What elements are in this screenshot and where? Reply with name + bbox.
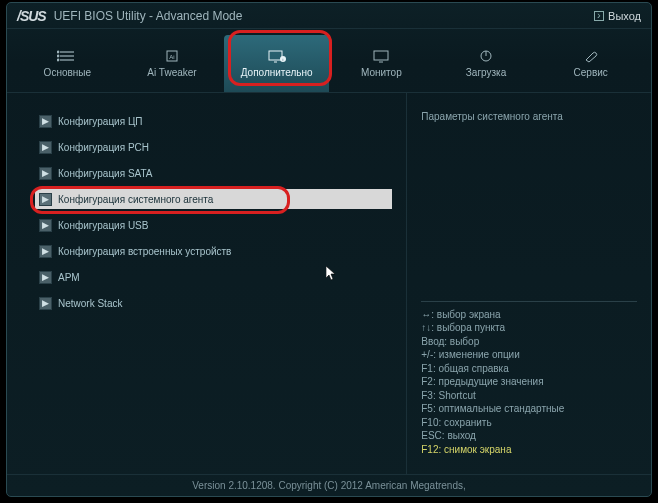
menu-item-label: Network Stack (58, 298, 122, 309)
side-panel: Параметры системного агента ↔: выбор экр… (406, 93, 651, 474)
menu-panel: ▶ Конфигурация ЦП ▶ Конфигурация PCH ▶ К… (7, 93, 406, 474)
help-line: ↔: выбор экрана (421, 308, 637, 322)
help-block: ↔: выбор экрана↑↓: выбора пунктаВвод: вы… (421, 301, 637, 457)
menu-item-onboard-devices-config[interactable]: ▶ Конфигурация встроенных устройств (35, 241, 392, 261)
menu-item-apm[interactable]: ▶ APM (35, 267, 392, 287)
tab-boot[interactable]: Загрузка (434, 35, 539, 92)
side-panel-title: Параметры системного агента (421, 111, 637, 122)
brand-logo: /SUS (17, 8, 46, 24)
page-title: UEFI BIOS Utility - Advanced Mode (54, 9, 243, 23)
help-line: Ввод: выбор (421, 335, 637, 349)
tab-label: Загрузка (466, 67, 506, 78)
chevron-right-icon: ▶ (39, 115, 52, 128)
svg-rect-12 (374, 51, 388, 60)
tab-label: Дополнительно (241, 67, 313, 78)
menu-item-label: Конфигурация SATA (58, 168, 153, 179)
footer-text: Version 2.10.1208. Copyright (C) 2012 Am… (192, 480, 466, 491)
help-line: F2: предыдущие значения (421, 375, 637, 389)
tab-label: Сервис (574, 67, 608, 78)
svg-point-3 (58, 51, 60, 53)
menu-item-label: Конфигурация системного агента (58, 194, 213, 205)
monitor-info-icon: i (267, 49, 287, 63)
tab-main[interactable]: Основные (15, 35, 120, 92)
footer: Version 2.10.1208. Copyright (C) 2012 Am… (7, 474, 651, 496)
menu-item-label: APM (58, 272, 80, 283)
menu-item-system-agent-config[interactable]: ▶ Конфигурация системного агента (35, 189, 392, 209)
help-line: ↑↓: выбора пункта (421, 321, 637, 335)
svg-text:Ai: Ai (169, 54, 174, 60)
exit-label: Выход (608, 10, 641, 22)
tab-label: Основные (44, 67, 91, 78)
chevron-right-icon: ▶ (39, 245, 52, 258)
help-line: ESC: выход (421, 429, 637, 443)
menu-item-cpu-config[interactable]: ▶ Конфигурация ЦП (35, 111, 392, 131)
exit-button[interactable]: Выход (594, 10, 641, 22)
tab-monitor[interactable]: Монитор (329, 35, 434, 92)
help-line: F12: снимок экрана (421, 443, 637, 457)
tab-ai-tweaker[interactable]: Ai Ai Tweaker (120, 35, 225, 92)
svg-text:i: i (282, 57, 283, 62)
wrench-icon (581, 49, 601, 63)
monitor-icon (371, 49, 391, 63)
menu-item-label: Конфигурация USB (58, 220, 148, 231)
chevron-right-icon: ▶ (39, 167, 52, 180)
menu-item-usb-config[interactable]: ▶ Конфигурация USB (35, 215, 392, 235)
chevron-right-icon: ▶ (39, 219, 52, 232)
exit-icon (594, 11, 604, 21)
titlebar: /SUS UEFI BIOS Utility - Advanced Mode В… (7, 3, 651, 29)
help-line: +/-: изменение опции (421, 348, 637, 362)
tab-label: Ai Tweaker (147, 67, 196, 78)
tab-advanced[interactable]: i Дополнительно (224, 35, 329, 92)
power-icon (476, 49, 496, 63)
chip-icon: Ai (162, 49, 182, 63)
tab-tools[interactable]: Сервис (538, 35, 643, 92)
chevron-right-icon: ▶ (39, 193, 52, 206)
tab-label: Монитор (361, 67, 402, 78)
menu-item-label: Конфигурация PCH (58, 142, 149, 153)
menu-item-network-stack[interactable]: ▶ Network Stack (35, 293, 392, 313)
svg-point-4 (58, 55, 60, 57)
menu-item-label: Конфигурация ЦП (58, 116, 142, 127)
help-line: F3: Shortcut (421, 389, 637, 403)
tab-bar: Основные Ai Ai Tweaker i Дополнительно М… (7, 29, 651, 93)
menu-item-pch-config[interactable]: ▶ Конфигурация PCH (35, 137, 392, 157)
svg-point-5 (58, 59, 60, 61)
list-icon (57, 49, 77, 63)
chevron-right-icon: ▶ (39, 141, 52, 154)
help-line: F5: оптимальные стандартные (421, 402, 637, 416)
help-line: F1: общая справка (421, 362, 637, 376)
chevron-right-icon: ▶ (39, 271, 52, 284)
menu-item-label: Конфигурация встроенных устройств (58, 246, 231, 257)
chevron-right-icon: ▶ (39, 297, 52, 310)
menu-item-sata-config[interactable]: ▶ Конфигурация SATA (35, 163, 392, 183)
help-line: F10: сохранить (421, 416, 637, 430)
